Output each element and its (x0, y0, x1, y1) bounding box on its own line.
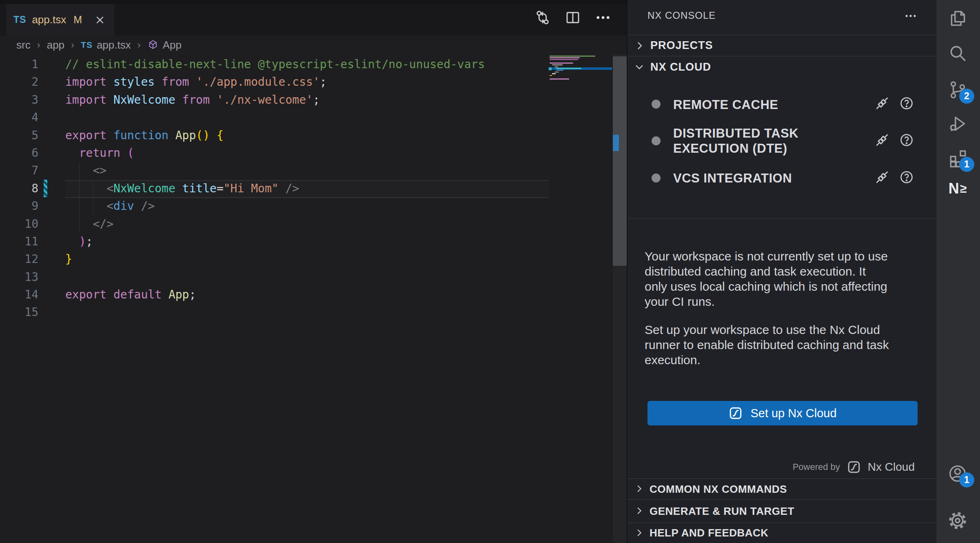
minimap-line (550, 56, 595, 57)
code-token (134, 199, 141, 213)
activity-item-accounts[interactable]: 1 (947, 463, 969, 485)
section-help-and-feedback[interactable]: HELP AND FEEDBACK (627, 523, 937, 543)
code-token (106, 288, 113, 301)
code-token (106, 129, 113, 142)
more-actions-icon[interactable] (594, 9, 612, 27)
code-token (175, 182, 182, 195)
more-actions-icon[interactable] (902, 9, 919, 23)
split-editor-icon[interactable] (564, 9, 582, 27)
activity-item-extensions[interactable]: 1 (947, 147, 969, 169)
breadcrumb-symbol-app[interactable]: App (147, 39, 182, 51)
minimap-line (550, 78, 569, 80)
connect-icon[interactable] (875, 96, 889, 111)
activity-item-run-and-debug[interactable] (947, 113, 969, 135)
breadcrumb: src › app › TS app.tsx › App (0, 36, 627, 54)
code-token (65, 235, 79, 248)
code-line-4: 4 (0, 109, 627, 126)
open-changes-icon[interactable] (534, 9, 552, 27)
connect-icon[interactable] (875, 133, 889, 147)
activity-item-settings[interactable] (947, 510, 969, 532)
status-bullet-icon (652, 136, 661, 145)
chevron-right-icon: › (71, 39, 74, 51)
section-generate-run-target[interactable]: GENERATE & RUN TARGET (627, 499, 937, 523)
typescript-file-icon: TS (81, 40, 93, 50)
activity-item-nx-console[interactable]: N≥ (947, 178, 969, 200)
code-token (120, 146, 127, 160)
section-label: COMMON NX COMMANDS (650, 483, 787, 496)
code-token: "Hi Mom" (224, 182, 279, 195)
code-token: < (106, 199, 113, 213)
code-token: export (65, 288, 106, 301)
activity-item-source-control[interactable]: 2 (947, 79, 969, 101)
code-editor[interactable]: 1// eslint-disable-next-line @typescript… (0, 56, 627, 543)
scrollbar-thumb[interactable] (613, 56, 627, 266)
code-line-7: 7 <> (0, 162, 627, 179)
code-line-content: return ( (65, 144, 134, 162)
code-token: = (217, 182, 224, 195)
connect-icon[interactable] (875, 170, 889, 185)
minimap-modified-marker (549, 67, 552, 70)
chevron-right-icon: › (37, 39, 40, 51)
code-token: export (65, 129, 106, 142)
breadcrumb-file[interactable]: TS app.tsx (81, 39, 131, 51)
chevron-down-icon (633, 61, 645, 73)
code-line-content: import NxWelcome from './nx-welcome'; (65, 91, 320, 109)
setup-button-label: Set up Nx Cloud (750, 407, 836, 420)
minimap[interactable] (549, 56, 612, 88)
section-nx-cloud[interactable]: NX CLOUD (627, 56, 937, 78)
section-label: GENERATE & RUN TARGET (650, 505, 794, 518)
breadcrumb-app[interactable]: app (47, 39, 64, 51)
nx-cloud-logo-icon (847, 460, 861, 474)
section-common-nx-commands[interactable]: COMMON NX COMMANDS (627, 478, 937, 499)
code-token: App (175, 129, 196, 142)
breadcrumb-file-label: app.tsx (97, 39, 131, 51)
code-line-content: } (65, 250, 72, 268)
typescript-file-icon: TS (13, 14, 26, 25)
line-number: 11 (0, 233, 65, 250)
code-token: ) (79, 235, 86, 248)
code-token: App (169, 288, 189, 301)
code-line-5: 5export function App() { (0, 127, 627, 144)
code-token: title (182, 182, 217, 195)
help-icon[interactable] (899, 170, 914, 185)
line-number: 3 (0, 91, 65, 109)
minimap-line (554, 71, 559, 73)
close-icon[interactable] (93, 13, 107, 27)
section-label: HELP AND FEEDBACK (650, 527, 769, 539)
symbol-cube-icon (147, 39, 159, 51)
code-line-2: 2import styles from './app.module.css'; (0, 73, 627, 91)
code-token: /> (285, 182, 299, 195)
code-token: styles (113, 75, 155, 89)
minimap-line (556, 70, 563, 71)
badge-count: 2 (959, 89, 974, 104)
minimap-line (550, 75, 552, 76)
code-token: { (217, 129, 224, 142)
line-number: 5 (0, 127, 65, 144)
brand-label: Nx Cloud (868, 461, 915, 474)
code-token (65, 182, 106, 195)
code-token (65, 217, 93, 231)
code-line-1: 1// eslint-disable-next-line @typescript… (0, 56, 627, 73)
feature-actions (875, 96, 914, 111)
code-token (210, 93, 217, 107)
code-token (106, 75, 113, 89)
section-projects[interactable]: PROJECTS (627, 35, 937, 56)
code-token: () (196, 129, 210, 142)
tab-title: app.tsx (32, 13, 66, 26)
breadcrumb-symbol-label: App (163, 39, 182, 51)
gutter-modified-indicator (44, 180, 47, 197)
help-icon[interactable] (899, 96, 914, 111)
code-token: default (113, 288, 162, 301)
line-number: 13 (0, 268, 65, 286)
code-token (162, 288, 169, 301)
activity-item-search[interactable] (947, 42, 969, 64)
breadcrumb-src[interactable]: src (16, 39, 31, 51)
activity-item-explorer[interactable] (947, 7, 969, 29)
code-line-content: export default App; (65, 286, 196, 303)
vscode-window: TS app.tsx M (0, 0, 980, 543)
setup-nx-cloud-button[interactable]: Set up Nx Cloud (647, 401, 918, 425)
help-icon[interactable] (899, 133, 914, 147)
badge-count: 1 (959, 472, 974, 487)
tab-app-tsx[interactable]: TS app.tsx M (6, 4, 114, 36)
code-line-content: <div /> (65, 197, 155, 215)
